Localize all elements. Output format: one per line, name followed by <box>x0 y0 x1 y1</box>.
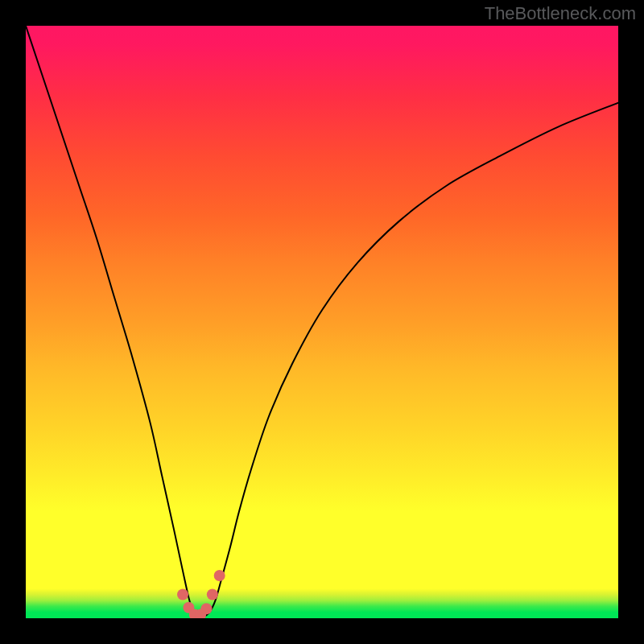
marker-dot <box>177 589 188 601</box>
marker-dot <box>214 570 225 581</box>
chart-frame: TheBottleneck.com <box>0 0 644 644</box>
watermark-text: TheBottleneck.com <box>485 3 636 24</box>
bottleneck-curve <box>26 26 618 617</box>
marker-dot <box>200 603 212 614</box>
curve-layer <box>26 26 618 618</box>
plot-area <box>26 26 618 618</box>
marker-dot <box>207 589 218 601</box>
